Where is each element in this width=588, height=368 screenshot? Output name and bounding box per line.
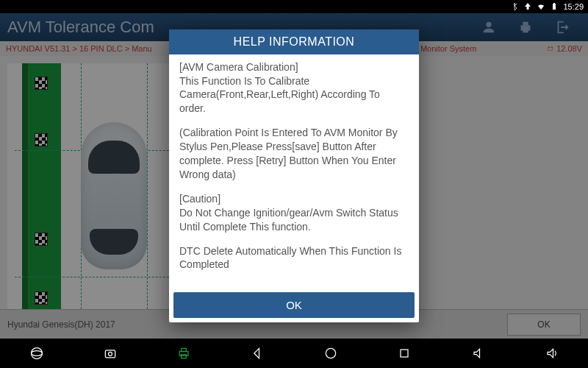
modal-overlay: HELP INFORMATION [AVM Camera Calibration… [0, 13, 588, 339]
help-paragraph: [AVM Camera Calibration] This Function I… [179, 60, 409, 116]
svg-rect-11 [105, 350, 115, 358]
help-paragraph: DTC Delete Automatically When This Funct… [179, 244, 409, 272]
browser-icon[interactable] [22, 342, 51, 364]
svg-point-10 [32, 351, 43, 356]
back-icon[interactable] [243, 342, 272, 364]
recent-icon[interactable] [390, 342, 419, 364]
dialog-body: [AVM Camera Calibration] This Function I… [169, 54, 419, 289]
bluetooth-icon [510, 2, 519, 11]
dialog-ok-button[interactable]: OK [173, 292, 415, 318]
android-status-bar: 15:29 [0, 0, 588, 13]
battery-icon [550, 2, 559, 11]
svg-rect-13 [179, 352, 188, 356]
svg-rect-0 [553, 4, 556, 10]
volume-down-icon[interactable] [463, 342, 492, 364]
help-dialog: HELP INFORMATION [AVM Camera Calibration… [169, 29, 419, 323]
android-nav-bar [0, 339, 588, 368]
svg-point-12 [109, 352, 112, 355]
camera-icon[interactable] [96, 342, 125, 364]
help-paragraph: [Caution] Do Not Change Ignition/gear/Av… [179, 192, 409, 234]
wifi-icon [537, 2, 545, 11]
svg-point-9 [32, 348, 43, 359]
dialog-title: HELP INFORMATION [169, 29, 419, 54]
svg-rect-15 [182, 355, 187, 358]
printer-icon[interactable] [169, 342, 198, 364]
volume-up-icon[interactable] [537, 342, 566, 364]
location-icon [523, 2, 532, 11]
status-time: 15:29 [563, 2, 584, 11]
svg-rect-14 [182, 348, 187, 351]
home-icon[interactable] [316, 342, 345, 364]
svg-rect-17 [401, 350, 408, 357]
svg-rect-1 [553, 3, 555, 4]
help-paragraph: (Calibration Point Is Entered To AVM Mon… [179, 126, 409, 182]
svg-point-16 [326, 348, 335, 358]
